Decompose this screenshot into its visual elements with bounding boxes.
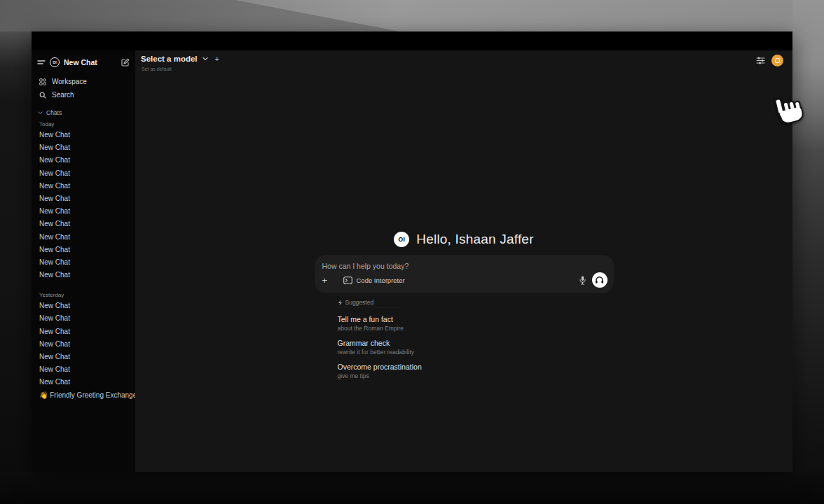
suggested-prompt[interactable]: Tell me a fun fact about the Roman Empir… xyxy=(338,315,613,332)
chat-list-item[interactable]: New Chat xyxy=(32,180,135,192)
app-logo-icon: OI xyxy=(50,57,60,67)
chat-list-item[interactable]: New Chat xyxy=(32,218,135,230)
chat-group-today: Today New Chat New Chat New Chat New Cha… xyxy=(32,116,135,281)
suggested-prompt[interactable]: Overcome procrastination give me tips xyxy=(338,363,613,379)
user-avatar[interactable] xyxy=(771,55,783,66)
chat-list-item[interactable]: New Chat xyxy=(32,269,135,281)
window-body: OI New Chat Workspace xyxy=(32,50,792,472)
greeting-text: Hello, Ishaan Jaffer xyxy=(416,232,533,247)
chat-list-today: New Chat New Chat New Chat New Chat New … xyxy=(32,129,135,281)
chats-section-toggle[interactable]: Chats xyxy=(38,109,135,116)
chat-list-item[interactable]: New Chat xyxy=(32,312,135,325)
wallpaper-left xyxy=(0,31,32,472)
message-composer[interactable]: How can I help you today? + Code Interpr… xyxy=(315,255,613,293)
code-interpreter-toggle[interactable]: Code Interpreter xyxy=(343,276,405,284)
chat-group-yesterday: Yesterday New Chat New Chat New Chat New… xyxy=(32,287,135,388)
microphone-icon[interactable] xyxy=(579,276,586,285)
header-actions xyxy=(756,55,783,66)
chat-list-item[interactable]: New Chat xyxy=(32,192,135,205)
chat-list-item[interactable]: New Chat xyxy=(32,205,135,218)
main-area: Select a model + Set as default xyxy=(135,50,792,472)
attach-plus-button[interactable]: + xyxy=(322,275,334,286)
sliders-settings-icon[interactable] xyxy=(756,57,765,64)
suggested-section: Suggested Tell me a fun fact about the R… xyxy=(315,299,613,379)
chevron-down-icon xyxy=(202,57,208,61)
app-logo-icon: OI xyxy=(394,232,409,247)
chat-list-item[interactable]: New Chat xyxy=(32,154,135,167)
add-model-button[interactable]: + xyxy=(215,55,219,63)
chat-list-item[interactable]: New Chat xyxy=(32,351,135,363)
message-input[interactable]: How can I help you today? xyxy=(322,262,606,270)
workspace-grid-icon xyxy=(39,78,46,85)
chats-section-label: Chats xyxy=(46,109,62,116)
sidebar: OI New Chat Workspace xyxy=(32,50,135,472)
chat-group-label: Yesterday xyxy=(39,292,135,298)
chat-group-label: Today xyxy=(39,121,135,127)
sidebar-title: New Chat xyxy=(64,58,117,66)
suggested-label: Suggested xyxy=(345,299,374,306)
chat-list-item[interactable]: New Chat xyxy=(32,141,135,154)
chevron-down-icon xyxy=(38,111,43,115)
chat-list-item[interactable]: New Chat xyxy=(32,244,135,256)
suggested-list: Tell me a fun fact about the Roman Empir… xyxy=(338,315,613,379)
new-chat-edit-icon[interactable] xyxy=(121,58,130,66)
sidebar-nav: Workspace Search xyxy=(32,75,135,102)
code-interpreter-label: Code Interpreter xyxy=(357,276,405,284)
chat-list-item[interactable]: New Chat xyxy=(32,167,135,180)
chat-list-item[interactable]: New Chat xyxy=(32,376,135,388)
avatar-glyph xyxy=(775,58,780,63)
chat-list-item[interactable]: New Chat xyxy=(32,326,135,338)
set-as-default-link[interactable]: Set as default xyxy=(142,66,172,71)
model-selector[interactable]: Select a model + xyxy=(141,55,219,63)
sidebar-header: OI New Chat xyxy=(37,56,130,69)
bolt-suggested-icon xyxy=(338,300,343,306)
hero: OI Hello, Ishaan Jaffer How can I help y… xyxy=(135,232,792,379)
main-header: Select a model + Set as default xyxy=(135,50,792,81)
chat-list-item[interactable]: New Chat xyxy=(32,231,135,244)
suggested-prompt[interactable]: Grammar check rewrite it for better read… xyxy=(338,339,613,356)
model-selector-label: Select a model xyxy=(141,55,198,63)
chat-list-item[interactable]: New Chat xyxy=(32,338,135,351)
sidebar-item-label: Search xyxy=(52,91,74,99)
wallpaper-bottom xyxy=(0,472,824,504)
app-window: OI New Chat Workspace xyxy=(32,31,792,472)
chat-list-item[interactable]: New Chat xyxy=(32,256,135,269)
sidebar-item-workspace[interactable]: Workspace xyxy=(32,75,135,88)
chat-list-item[interactable]: New Chat xyxy=(32,129,135,141)
menu-icon[interactable] xyxy=(37,59,46,66)
chat-list-item[interactable]: New Chat xyxy=(32,300,135,312)
wallpaper-right xyxy=(792,0,824,504)
sidebar-item-search[interactable]: Search xyxy=(32,88,135,102)
composer-toolbar: + Code Interpreter xyxy=(322,272,607,288)
chat-list-yesterday: New Chat New Chat New Chat New Chat New … xyxy=(32,300,135,388)
headphones-call-button[interactable] xyxy=(592,272,607,288)
search-icon xyxy=(39,92,46,99)
suggested-header: Suggested xyxy=(338,299,399,308)
code-interpreter-icon xyxy=(343,276,352,284)
chat-list-item[interactable]: New Chat xyxy=(32,363,135,376)
desktop: OI New Chat Workspace xyxy=(0,0,824,504)
window-topbar xyxy=(32,31,792,50)
sidebar-item-label: Workspace xyxy=(52,78,87,85)
greeting-row: OI Hello, Ishaan Jaffer xyxy=(394,232,533,247)
chat-list-item-named[interactable]: 👋 Friendly Greeting Exchange xyxy=(32,389,135,402)
